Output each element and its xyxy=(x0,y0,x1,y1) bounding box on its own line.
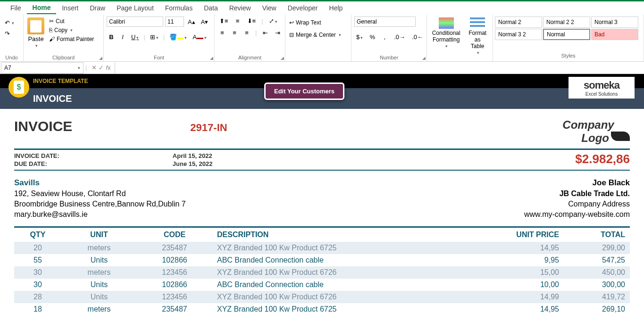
line-items-table: QTY UNIT CODE DESCRIPTION UNIT PRICE TOT… xyxy=(14,226,630,315)
table-row[interactable]: 20meters235487XYZ Branded 100 Kw Product… xyxy=(14,242,630,254)
increase-font-button[interactable]: A▴ xyxy=(186,17,197,26)
dialog-launcher-icon[interactable]: ◢ xyxy=(422,56,426,60)
cell-code: 235487 xyxy=(137,303,212,315)
edit-customers-button[interactable]: Edit Your Customers xyxy=(264,82,344,100)
align-right-button[interactable]: ≡ xyxy=(242,28,251,37)
decrease-font-button[interactable]: A▾ xyxy=(199,17,210,26)
menu-review[interactable]: Review xyxy=(224,2,257,14)
cell-style-bad[interactable]: Bad xyxy=(591,29,638,40)
orientation-button[interactable]: ⤢▾ xyxy=(267,16,279,25)
menu-insert[interactable]: Insert xyxy=(56,2,84,14)
invoice-body: INVOICE 2917-IN CompanyLogo INVOICE DATE… xyxy=(0,109,644,315)
from-name: Savills xyxy=(14,177,186,189)
cell-price: 14,99 xyxy=(498,291,564,303)
increase-decimal-button[interactable]: .0→ xyxy=(392,33,407,41)
decrease-decimal-button[interactable]: .0← xyxy=(410,33,425,41)
cell-style-normal-2[interactable]: Normal 2 xyxy=(495,16,542,28)
percent-button[interactable]: % xyxy=(368,33,377,41)
format-as-table-button[interactable]: Format as Table▾ xyxy=(465,16,490,56)
menu-view[interactable]: View xyxy=(257,2,282,14)
paste-button[interactable]: Paste ▾ xyxy=(26,16,45,49)
group-undo: ↶▾ ↷ Undo xyxy=(0,15,24,61)
menu-developer[interactable]: Developer xyxy=(282,2,324,14)
worksheet-area[interactable]: INVOICE TEMPLATE INVOICE Edit Your Custo… xyxy=(0,74,644,315)
border-button[interactable]: ⊞▾ xyxy=(148,33,160,41)
align-middle-button[interactable]: ≡ xyxy=(233,16,243,25)
wrap-icon: ↩ xyxy=(289,19,294,26)
accounting-format-button[interactable]: $▾ xyxy=(354,33,365,41)
col-code: CODE xyxy=(137,227,212,242)
cell-style-normal-3-2[interactable]: Normal 3 2 xyxy=(495,29,542,40)
wrap-text-button[interactable]: ↩Wrap Text xyxy=(288,18,322,27)
menu-formulas[interactable]: Formulas xyxy=(159,2,198,14)
cell-price: 9,95 xyxy=(498,254,564,266)
bold-button[interactable]: B xyxy=(107,33,116,41)
table-row[interactable]: 18meters235487XYZ Branded 100 Kw Product… xyxy=(14,303,630,315)
cell-desc: ABC Branded Connection cable xyxy=(212,254,498,266)
menu-file[interactable]: File xyxy=(5,2,27,14)
cancel-formula-icon[interactable]: ✕ xyxy=(92,64,97,71)
formula-bar[interactable] xyxy=(115,62,644,74)
align-left-button[interactable]: ≡ xyxy=(217,28,227,37)
copy-label: Copy xyxy=(54,27,67,33)
font-color-button[interactable]: A▾ xyxy=(191,33,209,41)
italic-button[interactable]: I xyxy=(118,33,127,41)
number-format-select[interactable] xyxy=(354,16,416,27)
underline-button[interactable]: U▾ xyxy=(129,33,141,41)
cell-unit: Units xyxy=(61,254,137,266)
from-line2: Broombridge Business Centre,Bannow Rd,Du… xyxy=(14,199,186,209)
align-top-button[interactable]: ⬆≡ xyxy=(217,16,230,25)
cell-code: 123456 xyxy=(137,266,212,279)
ribbon: ↶▾ ↷ Undo Paste ▾ ✂Cut ⎘Copy▾ 🖌Format Pa… xyxy=(0,15,644,62)
align-center-button[interactable]: ≡ xyxy=(230,28,239,37)
decrease-indent-button[interactable]: ⇤ xyxy=(260,28,270,37)
cell-style-normal[interactable]: Normal xyxy=(543,29,590,40)
scissors-icon: ✂ xyxy=(49,18,54,25)
redo-button[interactable]: ↷ xyxy=(3,29,12,38)
table-row[interactable]: 28Units123456XYZ Branded 100 Kw Product … xyxy=(14,291,630,303)
menu-data[interactable]: Data xyxy=(198,2,224,14)
dialog-launcher-icon[interactable]: ◢ xyxy=(99,56,102,60)
cell-code: 102866 xyxy=(137,254,212,266)
undo-button[interactable]: ↶▾ xyxy=(3,18,16,27)
merge-center-button[interactable]: ⊟Merge & Center▾ xyxy=(288,31,342,39)
enter-formula-icon[interactable]: ✓ xyxy=(99,64,104,71)
increase-indent-button[interactable]: ⇥ xyxy=(273,28,282,37)
menu-page-layout[interactable]: Page Layout xyxy=(111,2,159,14)
fill-color-button[interactable]: 🪣▾ xyxy=(167,33,189,41)
table-row[interactable]: 30meters123456XYZ Branded 100 Kw Product… xyxy=(14,266,630,279)
group-label-undo: Undo xyxy=(3,54,20,61)
invoice-total: $2.982,86 xyxy=(575,152,630,168)
invoice-date-value: April 15, 2022 xyxy=(173,152,213,160)
menu-home[interactable]: Home xyxy=(27,2,57,14)
comma-button[interactable]: , xyxy=(380,33,389,41)
align-bottom-button[interactable]: ⬇≡ xyxy=(245,16,258,25)
cell-price: 14,95 xyxy=(498,303,564,315)
paste-label: Paste xyxy=(28,35,43,42)
fx-icon[interactable]: fx xyxy=(106,64,110,71)
painter-label: Format Painter xyxy=(57,36,94,42)
cell-qty: 18 xyxy=(14,303,61,315)
cell-style-normal-3[interactable]: Normal 3 xyxy=(591,16,638,28)
conditional-formatting-button[interactable]: Conditional Formatting▾ xyxy=(430,16,462,50)
font-name-select[interactable] xyxy=(107,16,163,27)
group-alignment: ⬆≡ ≡ ⬇≡ | ⤢▾ ≡ ≡ ≡ | ⇤ ⇥ Alignment ◢ xyxy=(215,15,285,61)
cell-style-normal-2-2[interactable]: Normal 2 2 xyxy=(543,16,590,28)
menu-draw[interactable]: Draw xyxy=(84,2,111,14)
cut-button[interactable]: ✂Cut xyxy=(48,17,95,25)
copy-button[interactable]: ⎘Copy▾ xyxy=(48,26,95,34)
dialog-launcher-icon[interactable]: ◢ xyxy=(281,56,284,60)
from-line1: 192, Seaview House, Clontarf Rd xyxy=(14,189,186,199)
table-row[interactable]: 55Units102866ABC Branded Connection cabl… xyxy=(14,254,630,266)
cell-styles-gallery[interactable]: Normal 2Normal 2 2Normal 3Normal 3 2Norm… xyxy=(495,16,642,40)
table-row[interactable]: 30Units102866ABC Branded Connection cabl… xyxy=(14,279,630,291)
group-styles-gallery: Normal 2Normal 2 2Normal 3Normal 3 2Norm… xyxy=(493,15,644,61)
to-address: Company Address xyxy=(524,199,630,209)
menu-help[interactable]: Help xyxy=(324,2,349,14)
format-painter-button[interactable]: 🖌Format Painter xyxy=(48,35,95,43)
dialog-launcher-icon[interactable]: ◢ xyxy=(210,56,213,60)
font-size-select[interactable] xyxy=(165,16,184,27)
to-name: Joe Black xyxy=(524,177,630,189)
name-box[interactable]: A7▾ xyxy=(1,62,84,74)
cell-unit: Units xyxy=(61,279,137,291)
